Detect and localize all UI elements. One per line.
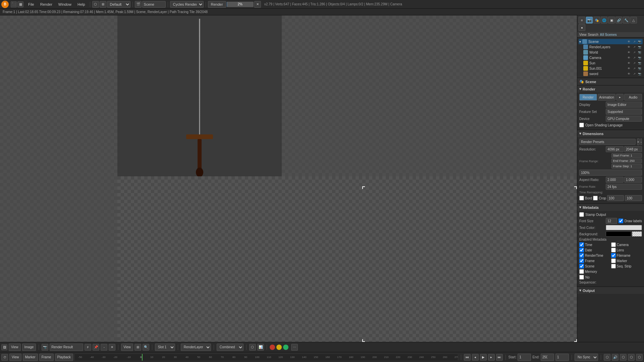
- cam-vis[interactable]: 👁: [627, 55, 631, 60]
- pass-select[interactable]: Combined: [217, 344, 244, 351]
- sun-vis[interactable]: 👁: [627, 61, 631, 65]
- tree-sword[interactable]: sword 👁 ↗ 📷: [583, 71, 643, 76]
- file-menu[interactable]: File: [25, 2, 37, 7]
- tree-world[interactable]: World 👁 ↗ 📷: [583, 50, 643, 55]
- render-layer-select[interactable]: RenderLayer: [181, 344, 211, 351]
- frame-rate-value[interactable]: 24 fps: [606, 184, 642, 190]
- f-icon[interactable]: F: [85, 344, 91, 351]
- timeline-ruler[interactable]: -50 -40 -30 -20 -10 0 10 20 30 40 50 60 …: [74, 354, 458, 361]
- meta-seqstrip-check[interactable]: [611, 264, 616, 268]
- rl-sel[interactable]: ↗: [632, 45, 637, 49]
- start-frame-input[interactable]: [518, 354, 531, 361]
- next-frame-icon[interactable]: ▸: [488, 354, 495, 361]
- animation-btn[interactable]: Animation: [598, 94, 615, 101]
- render-result-input[interactable]: [50, 344, 83, 351]
- border-y-val[interactable]: 100: [625, 195, 642, 201]
- workspace-select[interactable]: Default: [107, 1, 130, 8]
- outliner-icon[interactable]: ≡: [579, 17, 585, 23]
- border-check[interactable]: [579, 196, 584, 200]
- sword-rend[interactable]: 📷: [637, 71, 642, 76]
- stamp-check[interactable]: [579, 212, 584, 217]
- meta-marker-check[interactable]: [611, 258, 616, 263]
- timeline-type-icon[interactable]: ⏱: [1, 354, 8, 361]
- timeline-view-btn[interactable]: View: [9, 354, 21, 361]
- aspect-x[interactable]: 2.000: [606, 177, 624, 183]
- stop-render-icon[interactable]: ✕: [254, 1, 261, 8]
- end-icon[interactable]: ⏭: [496, 354, 503, 361]
- font-size-value[interactable]: 12: [606, 218, 617, 224]
- osl-checkbox[interactable]: [579, 123, 584, 127]
- res-y[interactable]: 2048 px: [624, 146, 642, 152]
- extra-btn[interactable]: ▸: [616, 94, 624, 101]
- meta-lens-check[interactable]: [611, 248, 616, 252]
- minimize-circle-btn[interactable]: [276, 345, 282, 350]
- render-btn[interactable]: Render: [579, 94, 597, 101]
- play-btn[interactable]: ▶: [480, 354, 487, 361]
- bg-checker-swatch[interactable]: [632, 231, 642, 237]
- scene-prop-icon[interactable]: 🎭: [593, 17, 600, 23]
- meta-date-check[interactable]: [579, 248, 584, 252]
- display-value[interactable]: Image Editor: [606, 102, 642, 108]
- device-value[interactable]: GPU Compute: [606, 116, 642, 122]
- mode-icon2[interactable]: ▦: [17, 1, 23, 7]
- tab-all-scenes[interactable]: All Scenes: [600, 33, 617, 37]
- res-x[interactable]: 4096 px: [606, 146, 624, 152]
- engine-icon[interactable]: ⬡: [92, 1, 99, 8]
- rl-rend[interactable]: 📷: [637, 45, 642, 49]
- meta-time-check[interactable]: [579, 242, 584, 247]
- scene-item[interactable]: ▾ Scene 👁 ↗ 📷: [579, 39, 643, 44]
- scene-render-btn[interactable]: 📷: [637, 39, 642, 44]
- editor-type-icon[interactable]: 🖼: [1, 344, 7, 350]
- preset-add-btn[interactable]: +: [637, 138, 640, 145]
- slot-select[interactable]: Slot 1: [155, 344, 175, 351]
- cam-sel[interactable]: ↗: [632, 55, 637, 60]
- close-image-icon[interactable]: ✕: [109, 344, 115, 351]
- sun001-vis[interactable]: 👁: [627, 66, 631, 71]
- sun001-sel[interactable]: ↗: [632, 66, 637, 71]
- meta-memory-check[interactable]: [579, 269, 584, 274]
- material-icon[interactable]: ●: [579, 24, 585, 31]
- no-check[interactable]: [579, 275, 584, 280]
- aspect-y[interactable]: 1.000: [624, 177, 642, 183]
- bg-black-swatch[interactable]: [606, 231, 631, 237]
- view-icon[interactable]: ⊞: [135, 344, 141, 351]
- close-circle-btn[interactable]: [270, 345, 275, 350]
- image-menu-btn[interactable]: Image: [22, 344, 36, 351]
- feature-set-value[interactable]: Supported: [606, 109, 642, 115]
- crop-check[interactable]: [593, 196, 598, 200]
- world-sel[interactable]: ↗: [632, 50, 637, 55]
- end-frame[interactable]: End Frame: 250: [611, 159, 642, 163]
- world-vis[interactable]: 👁: [627, 50, 631, 55]
- meta-rendertime-check[interactable]: [579, 253, 584, 258]
- sword-vis[interactable]: 👁: [627, 71, 631, 76]
- pin-icon[interactable]: 📌: [93, 344, 99, 351]
- sun-rend[interactable]: 📷: [637, 61, 642, 65]
- timeline-extra4[interactable]: ⬡: [628, 354, 635, 361]
- tab-search[interactable]: Search: [588, 33, 599, 37]
- render-presets-value[interactable]: Render Presets: [579, 139, 636, 145]
- play-icon[interactable]: ⏮: [464, 354, 471, 361]
- tab-view[interactable]: View: [579, 33, 587, 37]
- view-menu-btn[interactable]: View: [9, 344, 21, 351]
- timeline-extra3[interactable]: ⬡: [620, 354, 627, 361]
- render-prop-icon[interactable]: 📷: [586, 17, 593, 23]
- world-prop-icon[interactable]: 🌐: [601, 17, 607, 23]
- minus-icon[interactable]: -: [101, 344, 107, 351]
- render-section-header[interactable]: ▾ Render: [577, 85, 644, 93]
- sword-sel[interactable]: ↗: [632, 71, 637, 76]
- scene-sel-btn[interactable]: ↗: [632, 39, 637, 44]
- render-result-icon[interactable]: 📷: [42, 344, 48, 351]
- engine-select[interactable]: Cycles Render: [170, 1, 204, 8]
- workspace-icon[interactable]: ⊞: [100, 1, 106, 8]
- tree-sun001[interactable]: Sun.001 👁 ↗ 📷: [583, 66, 643, 71]
- dimensions-header[interactable]: ▾ Dimensions: [577, 130, 644, 137]
- timeline-extra5[interactable]: ⬡: [636, 354, 643, 361]
- histogram-icon[interactable]: 📊: [257, 344, 264, 351]
- start-frame[interactable]: Start Frame: 1: [611, 153, 642, 158]
- view-btn2[interactable]: View: [121, 344, 133, 351]
- object-prop-icon[interactable]: ▣: [608, 17, 615, 23]
- rl-vis[interactable]: 👁: [627, 45, 631, 49]
- meta-filename-check[interactable]: [611, 253, 616, 258]
- modifier-icon[interactable]: 🔧: [623, 17, 630, 23]
- help-menu[interactable]: Help: [75, 2, 88, 7]
